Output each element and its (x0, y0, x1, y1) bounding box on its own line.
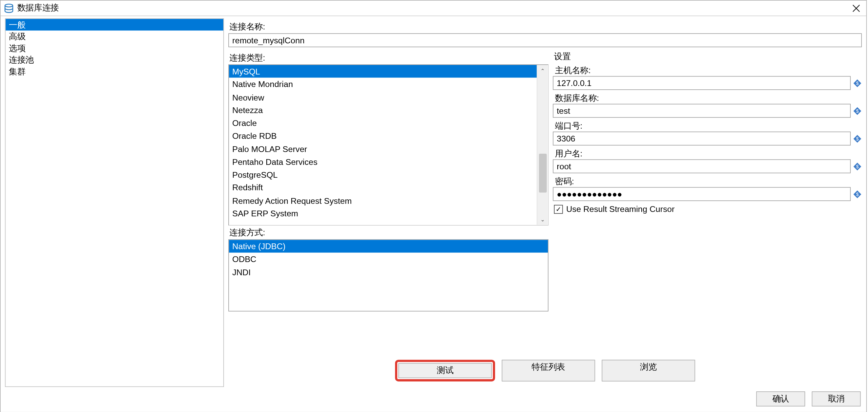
settings-group-label: 设置 (553, 50, 862, 63)
cancel-button[interactable]: 取消 (812, 391, 861, 406)
list-item[interactable]: Native (JDBC) (229, 240, 548, 253)
sidebar-item-label: 一般 (9, 20, 25, 29)
highlight-box: 测试 (395, 360, 495, 382)
list-item[interactable]: SAP ERP System (229, 207, 537, 220)
svg-point-0 (5, 4, 13, 6)
list-item[interactable]: ODBC (229, 253, 548, 266)
list-item[interactable]: Palo MOLAP Server (229, 143, 537, 155)
variable-icon[interactable]: $ (853, 106, 862, 115)
connection-type-listbox[interactable]: MySQL Native Mondrian Neoview Netezza Or… (228, 64, 549, 225)
user-label: 用户名: (553, 147, 862, 159)
window-title: 数据库连接 (17, 3, 59, 13)
variable-icon[interactable]: $ (853, 79, 862, 87)
list-item[interactable]: PostgreSQL (229, 168, 537, 181)
connection-method-label: 连接方式: (228, 225, 549, 239)
action-buttons: 测试 特征列表 浏览 (228, 355, 862, 388)
checkbox-icon: ✓ (554, 204, 563, 213)
list-item[interactable]: Oracle (229, 116, 537, 129)
sidebar-item-label: 选项 (9, 43, 25, 53)
list-item[interactable]: Redshift (229, 181, 537, 194)
list-item[interactable]: Neoview (229, 91, 537, 104)
main-panel: 连接名称: 连接类型: MySQL Native Mondrian Neovie… (225, 17, 865, 388)
svg-text:$: $ (856, 80, 859, 86)
sidebar-item-options[interactable]: 选项 (5, 42, 223, 54)
scroll-thumb[interactable] (539, 154, 547, 193)
browse-button[interactable]: 浏览 (602, 360, 695, 382)
variable-icon[interactable]: $ (853, 162, 862, 171)
host-input[interactable] (553, 76, 851, 90)
connection-type-label: 连接类型: (228, 50, 549, 64)
db-name-label: 数据库名称: (553, 91, 862, 104)
category-sidebar: 一般 高级 选项 连接池 集群 (5, 18, 224, 387)
sidebar-item-label: 高级 (9, 31, 25, 41)
port-label: 端口号: (553, 119, 862, 132)
db-connection-dialog: 数据库连接 一般 高级 选项 连接池 集群 连接名称: 连接类型: (0, 0, 867, 412)
svg-text:$: $ (856, 191, 859, 197)
svg-text:$: $ (856, 108, 859, 113)
ok-button[interactable]: 确认 (756, 391, 805, 406)
list-item[interactable]: MySQL (229, 65, 537, 78)
titlebar: 数据库连接 (1, 1, 866, 16)
user-input[interactable] (553, 159, 851, 173)
connection-name-input[interactable] (228, 33, 862, 47)
streaming-cursor-checkbox[interactable]: ✓ Use Result Streaming Cursor (553, 202, 862, 216)
password-label: 密码: (553, 174, 862, 187)
password-input[interactable] (553, 187, 851, 201)
dialog-content: 一般 高级 选项 连接池 集群 连接名称: 连接类型: MySQL Native… (1, 16, 866, 389)
variable-icon[interactable]: $ (853, 190, 862, 198)
list-item[interactable]: Netezza (229, 104, 537, 116)
list-item[interactable]: Oracle RDB (229, 130, 537, 143)
list-item[interactable]: Remedy Action Request System (229, 194, 537, 207)
sidebar-item-label: 连接池 (9, 55, 34, 64)
list-item[interactable]: JNDI (229, 266, 548, 279)
list-item[interactable]: Pentaho Data Services (229, 155, 537, 168)
svg-text:$: $ (856, 164, 859, 169)
list-item[interactable]: Native Mondrian (229, 78, 537, 91)
db-name-input[interactable] (553, 104, 851, 118)
sidebar-item-label: 集群 (9, 67, 25, 76)
test-button[interactable]: 测试 (398, 363, 492, 378)
sidebar-item-cluster[interactable]: 集群 (5, 66, 223, 77)
chevron-down-icon[interactable]: ⌄ (537, 214, 548, 225)
chevron-up-icon[interactable]: ⌃ (537, 65, 548, 76)
host-label: 主机名称: (553, 63, 862, 76)
dialog-buttons: 确认 取消 (1, 389, 866, 412)
port-input[interactable] (553, 132, 851, 146)
scrollbar[interactable]: ⌃ ⌄ (537, 65, 548, 225)
database-icon (4, 3, 14, 13)
feature-list-button[interactable]: 特征列表 (502, 360, 595, 382)
variable-icon[interactable]: $ (853, 134, 862, 143)
sidebar-item-pool[interactable]: 连接池 (5, 54, 223, 65)
connection-method-listbox[interactable]: Native (JDBC) ODBC JNDI (228, 239, 549, 311)
connection-name-label: 连接名称: (228, 19, 862, 33)
sidebar-item-general[interactable]: 一般 (5, 19, 223, 30)
checkbox-label: Use Result Streaming Cursor (566, 204, 675, 214)
close-icon[interactable] (851, 3, 862, 14)
svg-text:$: $ (856, 136, 859, 141)
sidebar-item-advanced[interactable]: 高级 (5, 30, 223, 42)
